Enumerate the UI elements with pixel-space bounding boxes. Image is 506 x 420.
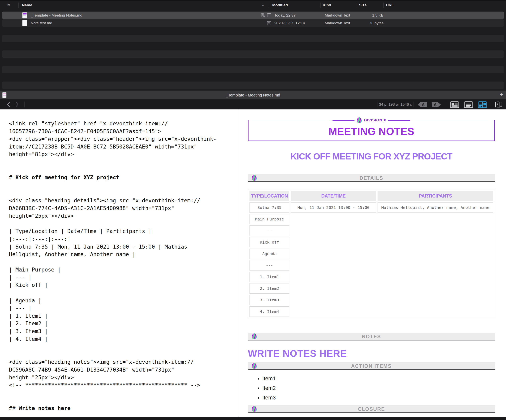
details-section-bar: DETAILS [248,174,495,182]
preview-mode-button[interactable] [450,101,459,108]
notes-section-bar: NOTES [248,333,495,341]
source-line: <div class="wrapper"><div class="header"… [9,135,238,143]
details-table: TYPE/LOCATION DATE/TIME PARTICIPANTS Sol… [248,189,495,318]
kind-column-header[interactable]: Kind [323,3,331,7]
svg-text:A: A [434,102,437,107]
source-line: <div class="heading details"><img src="x… [9,197,238,204]
source-line: # Kick off meeting for XYZ project [9,174,238,181]
source-line: Hellquist, Another name, Another name | [9,250,238,258]
empty-list-row [2,74,504,81]
forward-button[interactable] [15,102,19,107]
markdown-thumbnail-icon [22,12,27,19]
details-extra-rows: Main Purpose---Kick offAgenda---1. Item1… [250,214,493,317]
source-line [9,189,238,197]
annotation-icon [267,13,271,18]
markdown-thumbnail-icon [22,20,27,26]
file-size: 1,5 KB [352,13,384,18]
source-line: <link rel="stylesheet" href="x-devonthin… [9,120,238,128]
source-line [9,397,238,404]
col-header-participants: PARTICIPANTS [378,191,493,201]
file-row-template-meeting-notes[interactable]: _Template - Meeting Notes.md Today, 22:3… [2,12,504,19]
source-line [9,158,238,166]
file-rows: _Template - Meeting Notes.md Today, 22:3… [0,12,506,91]
division-logo: DIVISION X [331,117,411,123]
meeting-notes-header-box: DIVISION X MEETING NOTES [248,120,495,141]
exported-item-icon [261,13,265,18]
empty-list-row [2,82,504,89]
source-line [9,220,238,228]
action-items-list: Item1Item2Item3 [248,375,495,401]
action-item: Item2 [262,385,495,391]
source-line: |:---:|:---:|:---:| [9,235,238,243]
source-line: | Type/Location | Date/Time | Participan… [9,227,238,235]
source-line: | 1. Item1 | [9,312,238,320]
kickoff-heading: KICK OFF MEETING FOR XYZ PROJECT [248,151,495,161]
cell-date-time: Mon, 11 Jan 2021 13:00 - 15:00 [291,202,376,213]
details-extra-cell: Main Purpose [250,214,289,224]
name-column-header[interactable]: Name [22,3,32,7]
file-badges [255,21,271,25]
active-tab-title[interactable]: _Template - Meeting Notes.md [0,93,506,98]
action-items-section-bar: ACTION ITEMS [248,362,495,370]
increase-font-button[interactable]: A [430,101,441,108]
source-line: | Kick off | [9,281,238,289]
url-column-header[interactable]: URL [386,3,394,7]
file-row-note-test[interactable]: Note test.md 2020-11-27, 12:14 Markdown … [2,19,504,27]
editing-tools-button[interactable] [493,101,503,108]
col-header-type-location: TYPE/LOCATION [250,191,289,201]
details-extra-cell: --- [250,225,289,236]
file-name: _Template - Meeting Notes.md [31,13,82,18]
markdown-preview-pane[interactable]: DIVISION X MEETING NOTES KICK OFF MEETIN… [238,109,506,417]
source-line: height="81px"></div> [9,151,238,158]
source-line: | --- | [9,304,238,312]
back-button[interactable] [7,102,10,107]
file-badges [255,13,271,18]
closure-label: CLOSURE [248,406,495,412]
brand-name: DIVISION X [364,118,386,122]
split-mode-button-active[interactable] [478,101,487,108]
source-line: | 4. Item4 | [9,335,238,343]
action-items-label: ACTION ITEMS [248,363,495,369]
source-line: DA66B3BC-774C-4AD5-A31C-2A1AE5400988" wi… [9,204,238,212]
decrease-font-button[interactable]: A [417,101,428,108]
file-modified: 2020-11-27, 12:14 [274,21,305,25]
editor-toolbar: 34 p, 198 w, 1546 c A A [0,100,506,109]
source-line [9,289,238,297]
file-name: Note test.md [31,21,52,25]
source-line [9,389,238,397]
flag-icon[interactable]: ⚑ [7,3,10,7]
source-line: | Agenda | [9,297,238,305]
logo-rule-left [333,120,354,121]
file-modified: Today, 22:37 [274,13,296,18]
details-extra-cell: 4. Item4 [250,306,289,317]
striped-sphere-icon [356,117,362,123]
details-extra-cell: Kick off [250,237,289,247]
new-tab-button[interactable]: + [499,91,503,98]
details-extra-cell: Agenda [250,249,289,259]
empty-list-row [2,43,504,50]
empty-list-row [2,35,504,42]
source-line [9,258,238,266]
logo-rule-right [388,120,410,121]
empty-list-row [2,50,504,58]
source-line [9,166,238,174]
notes-label: NOTES [248,334,495,340]
modified-column-header[interactable]: Modified [272,3,288,7]
source-line: | 2. Item2 | [9,320,238,328]
markdown-source-editor[interactable]: <link rel="stylesheet" href="x-devonthin… [0,109,238,417]
source-code: <link rel="stylesheet" href="x-devonthin… [0,109,238,412]
empty-list-row [2,27,504,34]
details-extra-cell: 2. Item2 [250,283,289,294]
meeting-notes-title: MEETING NOTES [248,125,494,137]
file-list-panel: ⚑ Name ▲ Modified Kind Size URL _Te [0,0,506,91]
source-line: 16057296-730A-4CAC-8242-F0405F5C0AAF?asd… [9,128,238,135]
source-line: DC596A8C-74B9-454E-A661-D1334C77034B" wi… [9,366,238,374]
source-line [9,181,238,189]
file-list-header: ⚑ Name ▲ Modified Kind Size URL [0,1,506,10]
source-line: item://C217238B-BC5D-4A0E-BC72-5B5028ACE… [9,143,238,151]
write-notes-heading: WRITE NOTES HERE [248,348,495,359]
size-column-header[interactable]: Size [359,3,366,7]
annotation-icon [267,21,271,25]
action-item: Item3 [262,395,495,401]
source-mode-button[interactable] [464,101,473,108]
